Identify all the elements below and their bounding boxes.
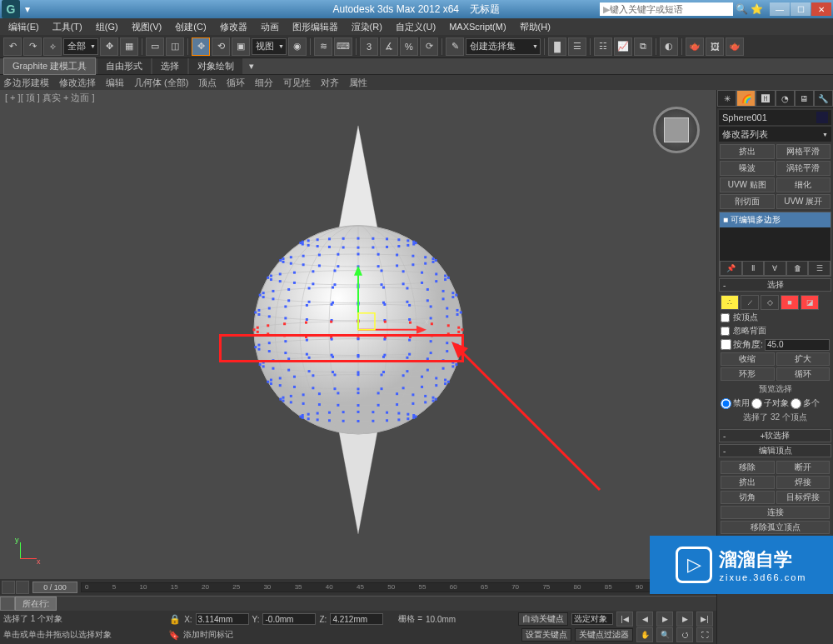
rollout-header-selection[interactable]: 选择 xyxy=(719,278,831,292)
layers-button[interactable]: ☷ xyxy=(594,37,612,56)
panel-polymodel[interactable]: 多边形建模 xyxy=(3,77,49,89)
viewport[interactable]: [ + ][ 顶 ] 真实 + 边面 ] x xyxy=(0,90,716,579)
nav-pan-button[interactable]: ✋ xyxy=(636,627,653,642)
goto-start-button[interactable]: |◀ xyxy=(616,612,633,627)
btn-weld[interactable]: 焊接 xyxy=(776,476,831,489)
btn-extrude[interactable]: 挤出 xyxy=(721,476,775,489)
panel-modifysel[interactable]: 修改选择 xyxy=(59,77,96,89)
modifier-list-dropdown[interactable]: 修改器列表 xyxy=(719,127,831,142)
spinner-snap-button[interactable]: ⟳ xyxy=(420,37,438,56)
menu-customize[interactable]: 自定义(U) xyxy=(391,19,441,35)
render-setup-button[interactable]: 🫖 xyxy=(686,37,704,56)
object-name-field[interactable]: Sphere001 xyxy=(719,110,831,125)
close-button[interactable]: ✕ xyxy=(811,2,831,16)
angle-snap-button[interactable]: ∡ xyxy=(380,37,398,56)
select-name-button[interactable]: ▦ xyxy=(120,37,138,56)
chk-by-angle[interactable] xyxy=(721,339,731,350)
btn-chamfer[interactable]: 切角 xyxy=(721,491,775,504)
setkey-button[interactable]: 设置关键点 xyxy=(521,628,571,642)
rollout-header-editverts[interactable]: 编辑顶点 xyxy=(719,444,831,457)
move-button[interactable]: ✥ xyxy=(192,37,210,56)
goto-end-button[interactable]: ▶| xyxy=(696,612,713,627)
subobj-vertex[interactable]: ∴ xyxy=(721,295,739,310)
key-target[interactable]: 选定对象 xyxy=(571,613,613,625)
stack-remove-icon[interactable]: 🗑 xyxy=(786,261,809,276)
preset-uvwmap[interactable]: UVW 贴图 xyxy=(720,177,775,192)
time-tag-icon[interactable]: 🔖 xyxy=(168,630,180,641)
track-bar[interactable] xyxy=(57,597,716,611)
preset-slice[interactable]: 剖切面 xyxy=(720,194,775,209)
nav-orbit-button[interactable]: ⭯ xyxy=(676,627,693,642)
stack-unique-icon[interactable]: ∀ xyxy=(764,261,786,276)
curve-editor-button[interactable]: 📈 xyxy=(614,37,632,56)
select-button[interactable]: ✥ xyxy=(100,37,118,56)
angle-field[interactable]: 45.0 xyxy=(765,339,830,351)
preset-meshsmooth[interactable]: 网格平滑 xyxy=(776,144,831,159)
scale-button[interactable]: ▣ xyxy=(232,37,250,56)
viewcube[interactable] xyxy=(653,107,700,153)
app-logo[interactable]: G xyxy=(2,0,20,18)
menu-tools[interactable]: 工具(T) xyxy=(47,19,87,35)
qat-arrow[interactable]: ▾ xyxy=(25,3,30,15)
keyfilter-button[interactable]: 关键点过滤器 xyxy=(575,628,633,642)
track-label[interactable]: 所在行: xyxy=(15,597,57,611)
tab-display[interactable]: 🖥 xyxy=(795,90,814,107)
time-slider-thumb[interactable]: 0 / 100 xyxy=(32,582,77,593)
trackbar-toggle[interactable] xyxy=(0,597,15,611)
menu-views[interactable]: 视图(V) xyxy=(127,19,167,35)
btn-remove-iso[interactable]: 移除孤立顶点 xyxy=(721,521,830,534)
render-frame-button[interactable]: 🖼 xyxy=(706,37,724,56)
subobj-element[interactable]: ◪ xyxy=(801,295,819,310)
undo-button[interactable]: ↶ xyxy=(3,37,22,56)
radio-preview-off[interactable] xyxy=(721,398,731,409)
tab-hierarchy[interactable]: 🅷 xyxy=(756,90,775,107)
btn-remove[interactable]: 移除 xyxy=(721,461,775,474)
radio-preview-sub[interactable] xyxy=(751,398,762,409)
minimize-button[interactable]: — xyxy=(770,2,790,16)
menu-maxscript[interactable]: MAXScript(M) xyxy=(444,20,511,33)
z-field[interactable]: 4.212mm xyxy=(330,613,383,625)
tab-create[interactable]: ✳ xyxy=(717,90,736,107)
keymode-button[interactable]: ⌨ xyxy=(334,37,352,56)
btn-loop[interactable]: 循环 xyxy=(776,367,831,381)
subobj-edge[interactable]: ⟋ xyxy=(741,295,759,310)
timeline-icon1[interactable] xyxy=(2,581,15,594)
nav-maximize-button[interactable]: ⛶ xyxy=(696,627,713,642)
btn-grow[interactable]: 扩大 xyxy=(776,352,831,366)
render-button[interactable]: 🫖 xyxy=(726,37,744,56)
preset-optimize[interactable]: 细化 xyxy=(776,177,831,192)
menu-help[interactable]: 帮助(H) xyxy=(515,19,556,35)
rollout-header-softsel[interactable]: + 软选择 xyxy=(719,429,831,442)
ribbon-tab-selection[interactable]: 选择 xyxy=(152,58,187,74)
lock-icon[interactable]: 🔒 xyxy=(169,614,181,625)
redo-button[interactable]: ↷ xyxy=(23,37,42,56)
menu-group[interactable]: 组(G) xyxy=(91,19,123,35)
snap-button[interactable]: 3 xyxy=(360,37,378,56)
prev-frame-button[interactable]: ◀ xyxy=(636,612,653,627)
panel-geom[interactable]: 几何体 (全部) xyxy=(134,77,188,89)
preset-turbosmooth[interactable]: 涡轮平滑 xyxy=(776,161,831,176)
maximize-button[interactable]: ☐ xyxy=(791,2,811,16)
preset-noise[interactable]: 噪波 xyxy=(720,161,775,176)
panel-align[interactable]: 对齐 xyxy=(321,77,339,89)
tab-modify[interactable]: 🌈 xyxy=(736,90,756,107)
menu-edit[interactable]: 编辑(E) xyxy=(3,19,44,35)
link-button[interactable]: ⟡ xyxy=(43,37,62,56)
chk-ignore-backfacing[interactable] xyxy=(721,327,730,336)
help-icon2[interactable]: ⭐ xyxy=(751,3,762,15)
modifier-stack[interactable]: ■ 可编辑多边形 📌 Ⅱ ∀ 🗑 ☰ xyxy=(719,212,831,277)
pivot-button[interactable]: ◉ xyxy=(288,37,307,56)
next-frame-button[interactable]: ▶ xyxy=(676,612,693,627)
rect-select-button[interactable]: ▭ xyxy=(146,37,164,56)
preset-extrude[interactable]: 挤出 xyxy=(720,144,775,159)
time-slider[interactable]: 0 / 100 05101520253035404550556065707580… xyxy=(0,579,716,596)
ref-coord[interactable]: 视图 xyxy=(252,38,287,55)
btn-break[interactable]: 断开 xyxy=(776,461,831,474)
percent-snap-button[interactable]: % xyxy=(400,37,418,56)
panel-subdiv[interactable]: 细分 xyxy=(255,77,273,89)
btn-shrink[interactable]: 收缩 xyxy=(721,352,775,366)
ribbon-tab-freeform[interactable]: 自由形式 xyxy=(97,58,151,74)
stack-config-icon[interactable]: ☰ xyxy=(808,261,831,276)
btn-target-weld[interactable]: 目标焊接 xyxy=(776,491,831,504)
preset-uvwunwrap[interactable]: UVW 展开 xyxy=(776,194,831,209)
